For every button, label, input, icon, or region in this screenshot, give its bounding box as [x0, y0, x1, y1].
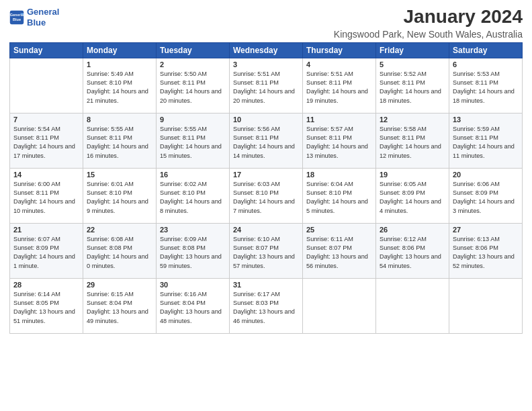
- table-row: 20Sunrise: 6:06 AM Sunset: 8:09 PM Dayli…: [449, 168, 523, 223]
- col-thursday: Thursday: [303, 42, 376, 58]
- table-row: 25Sunrise: 6:11 AM Sunset: 8:07 PM Dayli…: [303, 223, 376, 278]
- day-info: Sunrise: 6:02 AM Sunset: 8:10 PM Dayligh…: [160, 180, 226, 216]
- table-row: 9Sunrise: 5:55 AM Sunset: 8:11 PM Daylig…: [157, 113, 230, 168]
- day-info: Sunrise: 5:52 AM Sunset: 8:11 PM Dayligh…: [380, 70, 445, 105]
- table-row: 28Sunrise: 6:14 AM Sunset: 8:05 PM Dayli…: [10, 278, 83, 333]
- day-number: 4: [306, 60, 372, 68]
- day-info: Sunrise: 5:59 AM Sunset: 8:11 PM Dayligh…: [453, 125, 519, 161]
- week-row-0: 1Sunrise: 5:49 AM Sunset: 8:10 PM Daylig…: [10, 58, 523, 113]
- day-info: Sunrise: 6:07 AM Sunset: 8:09 PM Dayligh…: [13, 235, 79, 271]
- day-number: 29: [87, 281, 152, 289]
- day-number: 18: [306, 171, 372, 179]
- main-title: January 2024: [334, 7, 523, 28]
- table-row: 10Sunrise: 5:56 AM Sunset: 8:11 PM Dayli…: [230, 113, 303, 168]
- table-row: 15Sunrise: 6:01 AM Sunset: 8:10 PM Dayli…: [83, 168, 157, 223]
- day-number: 1: [87, 60, 152, 68]
- day-info: Sunrise: 5:55 AM Sunset: 8:11 PM Dayligh…: [160, 125, 226, 161]
- svg-text:Blue: Blue: [13, 17, 21, 21]
- table-row: 6Sunrise: 5:53 AM Sunset: 8:11 PM Daylig…: [449, 58, 523, 113]
- day-number: 7: [13, 116, 79, 124]
- day-info: Sunrise: 5:50 AM Sunset: 8:11 PM Dayligh…: [160, 70, 226, 105]
- week-row-3: 21Sunrise: 6:07 AM Sunset: 8:09 PM Dayli…: [10, 223, 523, 278]
- table-row: 23Sunrise: 6:09 AM Sunset: 8:08 PM Dayli…: [157, 223, 230, 278]
- day-number: 10: [233, 116, 299, 124]
- table-row: [10, 58, 83, 113]
- day-number: 22: [87, 226, 152, 234]
- week-row-2: 14Sunrise: 6:00 AM Sunset: 8:11 PM Dayli…: [10, 168, 523, 223]
- day-info: Sunrise: 6:05 AM Sunset: 8:09 PM Dayligh…: [380, 180, 445, 216]
- day-number: 23: [160, 226, 226, 234]
- day-info: Sunrise: 5:49 AM Sunset: 8:10 PM Dayligh…: [87, 70, 152, 105]
- table-row: [303, 278, 376, 333]
- col-tuesday: Tuesday: [157, 42, 230, 58]
- day-info: Sunrise: 6:03 AM Sunset: 8:10 PM Dayligh…: [233, 180, 299, 216]
- day-number: 6: [453, 60, 519, 68]
- table-row: 19Sunrise: 6:05 AM Sunset: 8:09 PM Dayli…: [376, 168, 449, 223]
- table-row: 21Sunrise: 6:07 AM Sunset: 8:09 PM Dayli…: [10, 223, 83, 278]
- header: General Blue General Blue January 2024 K…: [9, 7, 523, 40]
- day-info: Sunrise: 5:57 AM Sunset: 8:11 PM Dayligh…: [306, 125, 372, 161]
- day-number: 14: [13, 171, 79, 179]
- day-number: 15: [87, 171, 152, 179]
- day-number: 19: [380, 171, 445, 179]
- day-info: Sunrise: 5:51 AM Sunset: 8:11 PM Dayligh…: [306, 70, 372, 105]
- table-row: 5Sunrise: 5:52 AM Sunset: 8:11 PM Daylig…: [376, 58, 449, 113]
- day-number: 25: [306, 226, 372, 234]
- title-block: January 2024 Kingswood Park, New South W…: [334, 7, 523, 40]
- table-row: 22Sunrise: 6:08 AM Sunset: 8:08 PM Dayli…: [83, 223, 157, 278]
- day-info: Sunrise: 6:14 AM Sunset: 8:05 PM Dayligh…: [13, 290, 79, 326]
- table-row: 13Sunrise: 5:59 AM Sunset: 8:11 PM Dayli…: [449, 113, 523, 168]
- day-info: Sunrise: 6:06 AM Sunset: 8:09 PM Dayligh…: [453, 180, 519, 216]
- table-row: 1Sunrise: 5:49 AM Sunset: 8:10 PM Daylig…: [83, 58, 157, 113]
- day-info: Sunrise: 6:15 AM Sunset: 8:04 PM Dayligh…: [87, 290, 152, 326]
- day-info: Sunrise: 6:16 AM Sunset: 8:04 PM Dayligh…: [160, 290, 226, 326]
- table-row: 14Sunrise: 6:00 AM Sunset: 8:11 PM Dayli…: [10, 168, 83, 223]
- table-row: 27Sunrise: 6:13 AM Sunset: 8:06 PM Dayli…: [449, 223, 523, 278]
- day-number: 28: [13, 281, 79, 289]
- table-row: 4Sunrise: 5:51 AM Sunset: 8:11 PM Daylig…: [303, 58, 376, 113]
- page: General Blue General Blue January 2024 K…: [0, 0, 532, 411]
- week-row-4: 28Sunrise: 6:14 AM Sunset: 8:05 PM Dayli…: [10, 278, 523, 333]
- day-number: 13: [453, 116, 519, 124]
- day-info: Sunrise: 6:17 AM Sunset: 8:03 PM Dayligh…: [233, 290, 299, 326]
- day-info: Sunrise: 5:56 AM Sunset: 8:11 PM Dayligh…: [233, 125, 299, 161]
- day-number: 8: [87, 116, 152, 124]
- header-row: Sunday Monday Tuesday Wednesday Thursday…: [10, 42, 523, 58]
- day-info: Sunrise: 6:04 AM Sunset: 8:10 PM Dayligh…: [306, 180, 372, 216]
- table-row: 8Sunrise: 5:55 AM Sunset: 8:11 PM Daylig…: [83, 113, 157, 168]
- table-row: 7Sunrise: 5:54 AM Sunset: 8:11 PM Daylig…: [10, 113, 83, 168]
- logo-icon: General Blue: [9, 10, 24, 25]
- col-sunday: Sunday: [10, 42, 83, 58]
- logo-text: General Blue: [27, 7, 59, 28]
- table-row: 26Sunrise: 6:12 AM Sunset: 8:06 PM Dayli…: [376, 223, 449, 278]
- day-number: 3: [233, 60, 299, 68]
- table-row: 2Sunrise: 5:50 AM Sunset: 8:11 PM Daylig…: [157, 58, 230, 113]
- table-row: 24Sunrise: 6:10 AM Sunset: 8:07 PM Dayli…: [230, 223, 303, 278]
- col-friday: Friday: [376, 42, 449, 58]
- table-row: 12Sunrise: 5:58 AM Sunset: 8:11 PM Dayli…: [376, 113, 449, 168]
- day-number: 26: [380, 226, 445, 234]
- day-info: Sunrise: 6:11 AM Sunset: 8:07 PM Dayligh…: [306, 235, 372, 271]
- table-row: 17Sunrise: 6:03 AM Sunset: 8:10 PM Dayli…: [230, 168, 303, 223]
- day-number: 24: [233, 226, 299, 234]
- col-saturday: Saturday: [449, 42, 523, 58]
- day-info: Sunrise: 5:51 AM Sunset: 8:11 PM Dayligh…: [233, 70, 299, 105]
- table-row: 30Sunrise: 6:16 AM Sunset: 8:04 PM Dayli…: [157, 278, 230, 333]
- table-row: [449, 278, 523, 333]
- day-number: 17: [233, 171, 299, 179]
- table-row: 3Sunrise: 5:51 AM Sunset: 8:11 PM Daylig…: [230, 58, 303, 113]
- day-info: Sunrise: 5:58 AM Sunset: 8:11 PM Dayligh…: [380, 125, 445, 161]
- col-monday: Monday: [83, 42, 157, 58]
- day-info: Sunrise: 5:54 AM Sunset: 8:11 PM Dayligh…: [13, 125, 79, 161]
- day-number: 9: [160, 116, 226, 124]
- day-number: 2: [160, 60, 226, 68]
- day-number: 11: [306, 116, 372, 124]
- week-row-1: 7Sunrise: 5:54 AM Sunset: 8:11 PM Daylig…: [10, 113, 523, 168]
- day-info: Sunrise: 6:12 AM Sunset: 8:06 PM Dayligh…: [380, 235, 445, 271]
- day-info: Sunrise: 6:10 AM Sunset: 8:07 PM Dayligh…: [233, 235, 299, 271]
- day-number: 30: [160, 281, 226, 289]
- calendar-table: Sunday Monday Tuesday Wednesday Thursday…: [9, 42, 523, 334]
- col-wednesday: Wednesday: [230, 42, 303, 58]
- day-number: 20: [453, 171, 519, 179]
- table-row: 11Sunrise: 5:57 AM Sunset: 8:11 PM Dayli…: [303, 113, 376, 168]
